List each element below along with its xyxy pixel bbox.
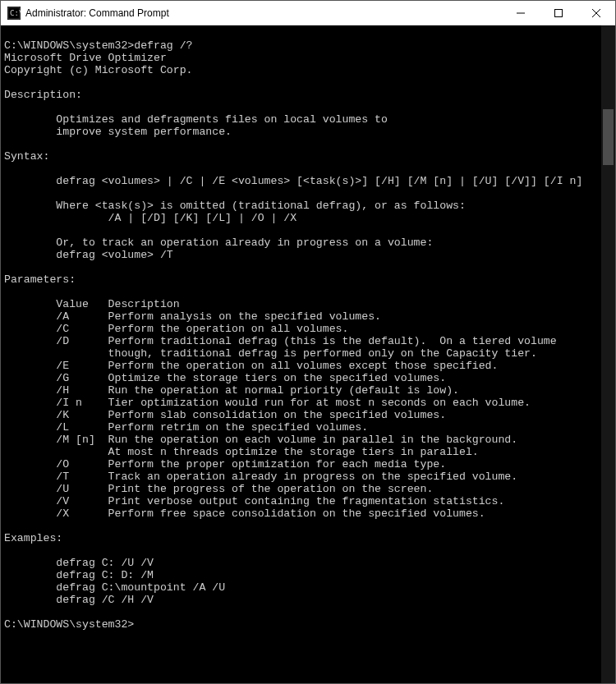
minimize-button[interactable] xyxy=(502,1,540,25)
param-row: /C Perform the operation on all volumes. xyxy=(4,323,598,335)
cursor xyxy=(134,619,140,631)
output-line: Microsoft Drive Optimizer xyxy=(4,52,598,64)
window-controls xyxy=(502,1,615,25)
svg-rect-4 xyxy=(555,9,563,16)
terminal-output[interactable]: C:\WINDOWS\system32>defrag /? Microsoft … xyxy=(1,25,601,683)
param-row: /X Perform free space consolidation on t… xyxy=(4,507,598,520)
maximize-button[interactable] xyxy=(540,1,577,25)
syntax-line: /A | [/D] [/K] [/L] | /O | /X xyxy=(4,212,598,224)
example-line: defrag C: /U /V xyxy=(4,557,598,569)
param-row: /M [n] Run the operation on each volume … xyxy=(4,434,598,446)
param-row: /V Print verbose output containing the f… xyxy=(4,495,598,507)
window-title: Administrator: Command Prompt xyxy=(25,7,502,19)
svg-text:C:\: C:\ xyxy=(10,9,21,17)
command-prompt-window: C:\ Administrator: Command Prompt C:\WIN… xyxy=(0,0,616,684)
param-row: At most n threads optimize the storage t… xyxy=(4,446,598,458)
param-row: /E Perform the operation on all volumes … xyxy=(4,360,598,372)
param-row: /G Optimize the storage tiers on the spe… xyxy=(4,372,598,384)
close-button[interactable] xyxy=(577,1,615,25)
titlebar[interactable]: C:\ Administrator: Command Prompt xyxy=(1,1,615,25)
command-input: defrag /? xyxy=(134,39,192,52)
example-line: defrag C: D: /M xyxy=(4,569,598,581)
param-row: /O Perform the proper optimization for e… xyxy=(4,458,598,471)
parameters-header: Parameters: xyxy=(4,273,598,286)
param-row: /K Perform slab consolidation on the spe… xyxy=(4,409,598,421)
scrollbar[interactable] xyxy=(601,25,615,683)
prompt-path: C:\WINDOWS\system32> xyxy=(4,618,134,631)
description-header: Description: xyxy=(4,89,598,101)
cmd-icon: C:\ xyxy=(7,7,21,20)
syntax-line: defrag <volumes> | /C | /E <volumes> [<t… xyxy=(4,175,598,187)
terminal-container: C:\WINDOWS\system32>defrag /? Microsoft … xyxy=(1,25,615,683)
example-line: defrag /C /H /V xyxy=(4,594,598,606)
syntax-line: Where <task(s)> is omitted (traditional … xyxy=(4,200,598,212)
syntax-line: defrag <volume> /T xyxy=(4,249,598,261)
syntax-header: Syntax: xyxy=(4,150,598,163)
param-row: /L Perform retrim on the specified volum… xyxy=(4,421,598,434)
example-line: defrag C:\mountpoint /A /U xyxy=(4,581,598,594)
empty-line xyxy=(4,27,598,39)
param-row: /A Perform analysis on the specified vol… xyxy=(4,310,598,323)
prompt-path: C:\WINDOWS\system32> xyxy=(4,39,134,52)
output-line: Copyright (c) Microsoft Corp. xyxy=(4,64,598,76)
description-text: improve system performance. xyxy=(4,126,598,138)
param-row: /H Run the operation at normal priority … xyxy=(4,384,598,397)
syntax-line: Or, to track an operation already in pro… xyxy=(4,236,598,249)
description-text: Optimizes and defragments files on local… xyxy=(4,113,598,126)
param-row: /I n Tier optimization would run for at … xyxy=(4,397,598,409)
param-row: though, traditional defrag is performed … xyxy=(4,347,598,360)
param-row: /D Perform traditional defrag (this is t… xyxy=(4,335,598,347)
param-row: /T Track an operation already in progres… xyxy=(4,471,598,483)
param-column-header: Value Description xyxy=(4,298,598,310)
param-row: /U Print the progress of the operation o… xyxy=(4,483,598,495)
examples-header: Examples: xyxy=(4,532,598,544)
scrollbar-thumb[interactable] xyxy=(603,109,614,165)
